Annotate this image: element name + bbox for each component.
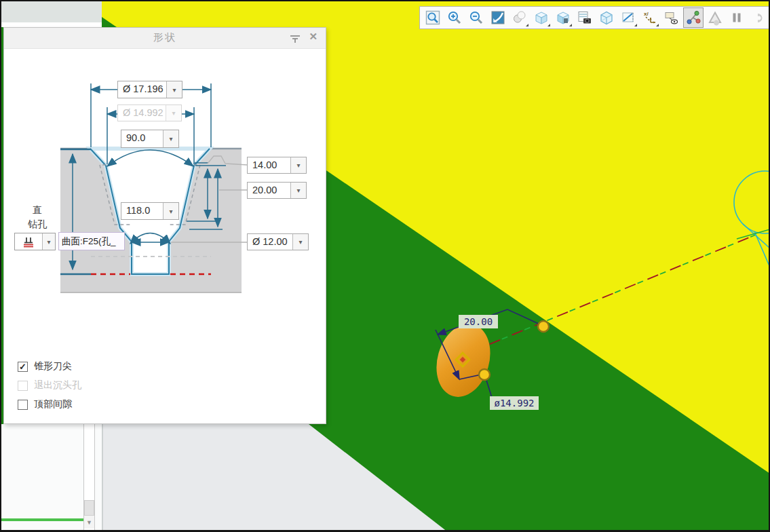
svg-text:x/: x/: [644, 11, 649, 17]
dropdown-arrow-icon[interactable]: ▾: [163, 203, 178, 219]
checkbox-label: 顶部间隙: [34, 398, 72, 411]
flyout-caret-icon: [569, 24, 572, 26]
field-hole-diameter[interactable]: Ø 12.00 ▾: [247, 233, 309, 250]
spin-center-icon: [685, 10, 701, 26]
field-value: Ø 14.992: [118, 105, 166, 121]
field-countersink-angle[interactable]: 90.0 ▾: [121, 130, 179, 148]
flyout-caret-icon: [526, 24, 528, 26]
model-tree-panel: ▼: [0, 424, 103, 531]
datum-plane-display-button[interactable]: [618, 7, 638, 28]
dropdown-arrow-icon[interactable]: ▾: [166, 81, 182, 98]
dropdown-arrow-icon[interactable]: ▾: [290, 157, 306, 173]
application-window: 20.00 ø14.992: [0, 0, 770, 532]
field-value[interactable]: Ø 17.196: [118, 81, 166, 98]
drag-handle-diameter[interactable]: [479, 369, 490, 380]
checkbox-label: 退出沉头孔: [34, 379, 81, 392]
geometry-analysis-button[interactable]: [705, 7, 725, 28]
scrollbar-down-icon[interactable]: ▼: [84, 515, 94, 529]
reference-tooltip: 曲面:F25(孔_: [58, 232, 125, 250]
zoom-out-button[interactable]: [466, 7, 486, 28]
transparent-cube-icon: [598, 10, 615, 26]
checkbox-unchecked-icon: [18, 381, 28, 391]
flyout-caret-icon: [656, 24, 659, 26]
dropdown-arrow-icon[interactable]: ▾: [290, 183, 306, 198]
display-style-button[interactable]: [531, 7, 552, 28]
background-panel-corner: [0, 0, 102, 22]
flyout-caret-icon: [547, 24, 550, 26]
field-hole-depth[interactable]: 20.00 ▾: [247, 182, 307, 199]
dropdown-arrow-icon[interactable]: ▾: [292, 234, 308, 250]
checkbox-row-taper-tip[interactable]: ✓ 锥形刀尖: [18, 360, 72, 373]
zoom-in-icon: [446, 10, 463, 26]
view-manager-button[interactable]: [596, 7, 617, 28]
shading-style-button[interactable]: [509, 7, 530, 28]
dropdown-arrow-icon[interactable]: ▾: [42, 233, 55, 250]
analysis-triangle-icon: [707, 10, 723, 26]
hole-type-label: 直 钻孔: [20, 203, 54, 231]
shape-panel: 形状 ✕: [3, 27, 326, 424]
checkbox-checked-icon[interactable]: ✓: [18, 362, 28, 372]
field-countersink-depth[interactable]: 14.00 ▾: [247, 157, 307, 174]
field-diameter-countersink: Ø 14.992 ▾: [117, 104, 182, 121]
pause-icon: [729, 10, 745, 26]
viewport-dim-depth[interactable]: 20.00: [459, 315, 498, 328]
flyout-caret-icon: [634, 24, 637, 26]
pause-button[interactable]: [727, 7, 747, 28]
zoom-in-button[interactable]: [444, 7, 465, 28]
datum-axes-display-button[interactable]: x/: [640, 7, 660, 28]
magnifier-frame-icon: [425, 10, 441, 26]
graphics-toolbar: x/: [419, 6, 770, 29]
checkbox-unchecked-icon[interactable]: [18, 400, 28, 410]
reference-hole-wireframe: [734, 171, 770, 267]
drag-handle-depth[interactable]: [538, 321, 549, 332]
repaint-button[interactable]: [488, 7, 508, 28]
resume-button[interactable]: [748, 7, 769, 28]
view-list-camera-icon: [577, 10, 593, 26]
straight-hole-icon: [15, 233, 42, 250]
checkbox-row-top-clearance[interactable]: 顶部间隙: [18, 398, 72, 411]
zoom-out-icon: [468, 10, 484, 26]
checkbox-row-exit-countersink: 退出沉头孔: [18, 379, 81, 392]
hole-type-button[interactable]: ▾: [14, 233, 56, 250]
annotation-eye-icon: [663, 10, 680, 26]
window-border-left: [0, 0, 1, 532]
field-value[interactable]: 14.00: [248, 157, 290, 173]
spin-center-button[interactable]: [683, 7, 704, 28]
field-value[interactable]: Ø 12.00: [248, 234, 292, 250]
dropdown-arrow-icon: ▾: [166, 105, 181, 121]
section-view-button[interactable]: [553, 7, 573, 28]
field-tip-angle[interactable]: 118.0 ▾: [121, 202, 179, 220]
resume-icon: [750, 10, 767, 26]
field-value[interactable]: 90.0: [121, 130, 163, 147]
hole-type-label-line1: 直: [20, 203, 54, 217]
field-value[interactable]: 20.00: [248, 183, 290, 198]
hole-type-label-line2: 钻孔: [20, 217, 54, 231]
named-views-button[interactable]: [575, 7, 595, 28]
tree-highlight-line: [0, 518, 83, 521]
annotation-display-button[interactable]: [661, 7, 682, 28]
vertical-scrollbar[interactable]: ▼: [83, 424, 95, 531]
field-value[interactable]: 118.0: [121, 203, 163, 219]
background-panel-gap: [0, 22, 102, 27]
repaint-icon: [490, 10, 506, 26]
scrollbar-thumb[interactable]: [84, 500, 94, 516]
window-border-top: [0, 0, 770, 1]
field-diameter-outer[interactable]: Ø 17.196 ▾: [117, 81, 182, 98]
zoom-refit-button[interactable]: [423, 7, 443, 28]
dropdown-arrow-icon[interactable]: ▾: [163, 130, 178, 147]
viewport-dim-diameter[interactable]: ø14.992: [490, 396, 539, 410]
checkbox-label: 锥形刀尖: [34, 360, 72, 373]
